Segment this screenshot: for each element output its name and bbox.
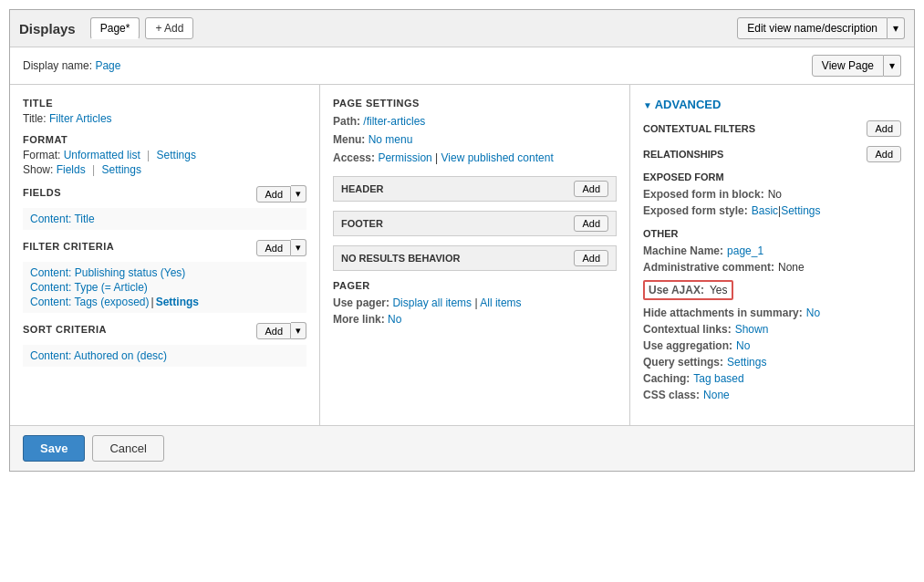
more-link-value[interactable]: No [388, 313, 401, 326]
use-aggregation-link[interactable]: No [736, 339, 750, 352]
other-label: OTHER [643, 228, 901, 239]
use-pager-row: Use pager: Display all items | All items [333, 295, 617, 311]
filter-criteria-header: FILTER CRITERIA [23, 241, 114, 252]
sort-add-dropdown[interactable]: ▾ [291, 322, 306, 339]
relationships-add-button[interactable]: Add [867, 146, 901, 162]
view-page-dropdown-button[interactable]: ▾ [884, 55, 901, 77]
sort-list: Content: Authored on (desc) [23, 345, 306, 367]
title-section-header: TITLE [23, 98, 306, 109]
contextual-links-row: Contextual links: Shown [643, 321, 901, 338]
access-row: Access: Permission | View published cont… [333, 149, 617, 167]
use-ajax-highlighted: Use AJAX: Yes [643, 280, 733, 300]
admin-comment-row: Administrative comment: None [643, 259, 901, 275]
header-block-label: HEADER [341, 183, 383, 194]
footer-add-button[interactable]: Add [574, 215, 608, 232]
add-display-button[interactable]: Add [145, 17, 193, 39]
caching-link[interactable]: Tag based [693, 372, 743, 385]
exposed-form-label: EXPOSED FORM [643, 171, 724, 182]
cancel-button[interactable]: Cancel [92, 435, 163, 462]
query-settings-link[interactable]: Settings [727, 356, 766, 369]
fields-add-button[interactable]: Add [256, 186, 291, 203]
title-value-link[interactable]: Filter Articles [49, 112, 112, 125]
filter-list: Content: Publishing status (Yes) Content… [23, 262, 306, 313]
fields-section-header: FIELDS [23, 187, 61, 198]
filter-settings-link[interactable]: Settings [156, 295, 199, 309]
exposed-form-block-row: Exposed form in block: No [643, 186, 901, 203]
filter-item-1[interactable]: Content: Type (= Article) [30, 280, 299, 295]
page-heading: Displays [19, 21, 76, 36]
show-row: Show: Fields | Settings [23, 163, 306, 176]
contextual-filters-label: CONTEXTUAL FILTERS [643, 123, 755, 134]
sort-item-0[interactable]: Content: Authored on (desc) [30, 348, 299, 363]
use-pager-value-link[interactable]: Display all items [392, 296, 472, 309]
path-row: Path: /filter-articles [333, 112, 617, 130]
exposed-form-settings-link[interactable]: Settings [781, 204, 820, 217]
css-class-row: CSS class: None [643, 387, 901, 403]
display-name-link[interactable]: Page [95, 59, 120, 72]
fields-add-dropdown[interactable]: ▾ [291, 185, 306, 203]
pager-header: PAGER [333, 280, 617, 291]
filter-add-dropdown[interactable]: ▾ [291, 239, 306, 256]
exposed-form-style-link[interactable]: Basic [752, 204, 778, 217]
format-row: Format: Unformatted list | Settings [23, 149, 306, 161]
filter-add-button[interactable]: Add [256, 240, 291, 256]
hide-attachments-link[interactable]: No [806, 307, 820, 319]
title-row: Title: Filter Articles [23, 112, 306, 125]
fields-list: Content: Title [23, 208, 306, 230]
edit-view-dropdown-button[interactable]: ▾ [888, 17, 905, 39]
show-value-link[interactable]: Fields [57, 163, 86, 176]
menu-row: Menu: No menu [333, 130, 617, 149]
format-value-link[interactable]: Unformatted list [64, 149, 140, 161]
access-value-link[interactable]: Permission [378, 151, 431, 164]
contextual-filters-add-button[interactable]: Add [867, 120, 901, 137]
use-aggregation-row: Use aggregation: No [643, 338, 901, 354]
sort-criteria-header: SORT CRITERIA [23, 324, 107, 335]
sort-add-button[interactable]: Add [256, 323, 291, 339]
access-link2[interactable]: View published content [441, 151, 554, 164]
edit-view-button[interactable]: Edit view name/description [737, 17, 888, 39]
css-class-link[interactable]: None [703, 389, 730, 401]
use-ajax-row: Use AJAX: Yes [643, 278, 901, 302]
query-settings-row: Query settings: Settings [643, 354, 901, 370]
menu-value-link[interactable]: No menu [369, 133, 413, 146]
filter-item-0[interactable]: Content: Publishing status (Yes) [30, 265, 299, 280]
exposed-form-style-row: Exposed form style: Basic | Settings [643, 203, 901, 219]
more-link-row: More link: No [333, 311, 617, 327]
filter-item-2[interactable]: Content: Tags (exposed) [30, 295, 150, 309]
no-results-block-label: NO RESULTS BEHAVIOR [341, 253, 460, 264]
field-item-title[interactable]: Content: Title [30, 212, 299, 226]
display-name-label: Display name: Page [23, 59, 120, 72]
advanced-header[interactable]: ADVANCED [643, 98, 901, 111]
no-results-add-button[interactable]: Add [574, 250, 608, 266]
format-section-header: FORMAT [23, 134, 306, 145]
all-items-link[interactable]: All items [480, 296, 521, 309]
page-tab[interactable]: Page* [90, 17, 140, 39]
hide-attachments-row: Hide attachments in summary: No [643, 305, 901, 321]
caching-row: Caching: Tag based [643, 370, 901, 387]
relationships-label: RELATIONSHIPS [643, 149, 723, 160]
contextual-links-link[interactable]: Shown [735, 323, 769, 336]
show-settings-link[interactable]: Settings [102, 163, 141, 176]
view-page-button[interactable]: View Page [812, 55, 884, 77]
format-settings-link[interactable]: Settings [157, 149, 196, 161]
machine-name-row: Machine Name: page_1 [643, 243, 901, 259]
path-value-link[interactable]: /filter-articles [363, 115, 425, 128]
machine-name-link[interactable]: page_1 [727, 244, 763, 257]
footer-block-label: FOOTER [341, 218, 383, 229]
page-settings-header: PAGE SETTINGS [333, 98, 617, 109]
save-button[interactable]: Save [23, 435, 85, 462]
header-add-button[interactable]: Add [574, 181, 608, 197]
